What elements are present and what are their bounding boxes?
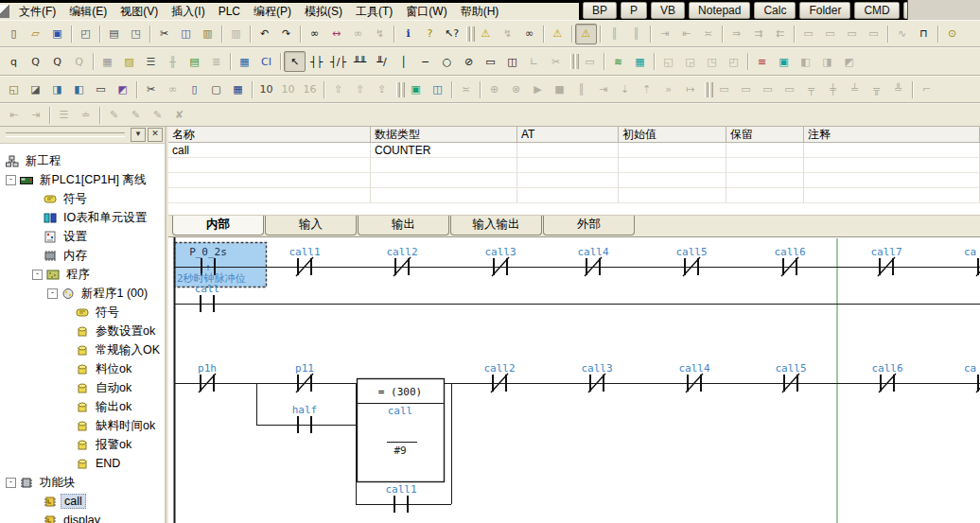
new-instruction-button[interactable]: ▭ <box>480 51 501 72</box>
simulator-transfer-button[interactable]: ◫ <box>427 79 448 100</box>
tree-item-新工程[interactable]: 新工程 <box>0 151 163 170</box>
menu-item-2[interactable]: 编辑(E) <box>62 3 114 21</box>
redo-button[interactable]: ↷ <box>275 24 297 44</box>
contact-nc-call5[interactable]: call5 <box>675 246 707 276</box>
menu-item-5[interactable]: PLC <box>212 4 247 19</box>
contact-no-half[interactable]: half <box>292 404 318 433</box>
compile-button[interactable]: ⚠ <box>475 24 497 44</box>
tree-expander[interactable]: - <box>32 270 43 280</box>
menu-item-9[interactable]: 窗口(W) <box>399 3 453 21</box>
contact-no-call[interactable]: call <box>195 283 220 312</box>
cut-button[interactable]: ✂ <box>153 24 175 44</box>
toolbar-grip[interactable] <box>705 80 713 99</box>
tree-item-缺料时间ok[interactable]: 缺料时间ok <box>0 416 163 435</box>
tree-item-设置[interactable]: 设置 <box>0 227 163 246</box>
tree-item-label[interactable]: 参数设置ok <box>93 323 158 340</box>
contact-nc-call2[interactable]: call2 <box>386 246 417 276</box>
tree-item-内存[interactable]: 内存 <box>0 246 163 265</box>
table-cell[interactable] <box>371 173 517 188</box>
table-cell[interactable] <box>726 188 804 203</box>
menu-item-6[interactable]: 编程(P) <box>247 3 298 21</box>
tree-item-label[interactable]: 输出ok <box>93 399 134 415</box>
table-cell[interactable] <box>804 188 980 203</box>
open-file-button[interactable]: ▱ <box>25 24 46 44</box>
tree-item-新程序1-00-[interactable]: -新程序1 (00) <box>0 284 163 303</box>
toolbar-grip[interactable] <box>6 132 125 137</box>
table-cell[interactable] <box>517 188 619 203</box>
window-project-button[interactable]: ◱ <box>3 79 25 100</box>
tree-item-label[interactable]: 内存 <box>61 248 90 264</box>
new-instruction-box-button[interactable]: ◫ <box>501 51 523 72</box>
tree-item-符号[interactable]: 符号 <box>0 189 163 208</box>
grid-page-button[interactable]: ▦ <box>227 79 249 100</box>
contact-nc-call3[interactable]: call3 <box>484 246 516 276</box>
toolbar-grip[interactable] <box>570 52 579 71</box>
security-lock-button[interactable]: ⊙ <box>941 24 963 44</box>
table-cell[interactable] <box>619 158 726 173</box>
menu-item-1[interactable]: 文件(F) <box>12 3 62 21</box>
contact-nc-call6[interactable]: call6 <box>774 246 805 276</box>
print-button[interactable]: ▤ <box>103 24 125 44</box>
window-cross-reference-button[interactable]: ◧ <box>68 79 90 100</box>
workspace-dropdown-button[interactable]: ▾ <box>131 128 146 142</box>
new-contact-button[interactable]: ┤├ <box>306 51 327 72</box>
table-cell[interactable]: call <box>168 143 371 158</box>
table-cell[interactable] <box>371 188 517 203</box>
new-or-contact-button[interactable]: ╨╨ <box>349 51 371 72</box>
tree-expander[interactable]: - <box>47 288 58 299</box>
symbol-tab-外部[interactable]: 外部 <box>543 216 635 235</box>
save-button[interactable]: ▣ <box>46 24 68 44</box>
tree-item-label[interactable]: 缺料时间ok <box>93 418 158 434</box>
new-vertical-button[interactable]: │ <box>393 51 414 72</box>
quick-button-bp[interactable]: BP <box>583 2 617 19</box>
fb-definition-button[interactable]: ▦ <box>629 51 651 72</box>
zoom-in-button[interactable]: Q <box>25 51 46 72</box>
contact-nc-call1[interactable]: call1 <box>289 246 320 276</box>
tree-item-label[interactable]: 常规输入OK <box>93 342 163 358</box>
zoom-fit-button[interactable]: q <box>3 51 25 72</box>
split-rung-button[interactable]: ✂ <box>140 79 162 100</box>
symbol-tab-输入输出[interactable]: 输入输出 <box>450 216 542 235</box>
paste-button[interactable]: ▥ <box>197 24 219 44</box>
monitor-mode-button[interactable]: ⚠ <box>575 24 597 44</box>
tree-item-自动ok[interactable]: 自动ok <box>0 378 163 397</box>
select-tool-button[interactable]: ↖ <box>284 51 306 72</box>
decimal-display-button[interactable]: 10 <box>255 79 277 100</box>
menu-item-4[interactable]: 插入(I) <box>165 3 211 21</box>
tree-item-料位ok[interactable]: 料位ok <box>0 359 163 378</box>
io-monitor-button[interactable]: ▣ <box>773 51 795 72</box>
table-cell[interactable] <box>804 143 980 158</box>
work-online-button[interactable]: ⚠ <box>547 24 569 44</box>
window-properties-button[interactable]: ◩ <box>112 79 133 100</box>
tree-item-label[interactable]: 程序 <box>63 267 93 283</box>
contact-nc-call5[interactable]: call5 <box>775 362 806 392</box>
table-cell[interactable] <box>517 173 619 188</box>
quick-button-calc[interactable]: Calc <box>754 2 796 19</box>
tree-item-报警ok[interactable]: 报警ok <box>0 435 163 454</box>
show-rung-comments-button[interactable]: ☰ <box>140 51 162 72</box>
zoom-out-button[interactable]: Q <box>46 51 68 72</box>
table-cell[interactable] <box>517 158 619 173</box>
symbol-tab-内部[interactable]: 内部 <box>172 216 264 235</box>
table-cell[interactable] <box>168 158 371 173</box>
simulator-online-button[interactable]: ▣ <box>405 79 427 100</box>
menu-item-3[interactable]: 视图(V) <box>114 3 165 21</box>
table-cell[interactable] <box>726 158 804 173</box>
contact-nc-p11[interactable]: p11 <box>295 362 314 392</box>
about-button[interactable]: ℹ <box>397 24 419 44</box>
print-preview-button[interactable]: ◳ <box>125 24 147 44</box>
tree-item-display[interactable]: display <box>0 511 163 523</box>
new-coil-button[interactable]: ○ <box>436 51 458 72</box>
tree-item-label[interactable]: 料位ok <box>93 361 134 377</box>
tree-item-常规输入ok[interactable]: 常规输入OK <box>0 340 163 359</box>
contact-nc-ca[interactable]: ca <box>964 246 980 276</box>
tree-item-end[interactable]: END <box>0 454 163 473</box>
table-cell[interactable] <box>371 158 517 173</box>
menu-item-10[interactable]: 帮助(H) <box>454 3 506 21</box>
contact-nc-p1h[interactable]: p1h <box>198 362 217 392</box>
tree-item-符号[interactable]: 符号 <box>0 303 163 322</box>
symbol-table-view-button[interactable]: ▦ <box>234 51 255 72</box>
contact-nc-call3[interactable]: call3 <box>581 362 612 392</box>
tree-item-label[interactable]: 新PLC1[CP1H] 离线 <box>37 172 149 188</box>
toolbar-grip[interactable] <box>396 80 405 99</box>
